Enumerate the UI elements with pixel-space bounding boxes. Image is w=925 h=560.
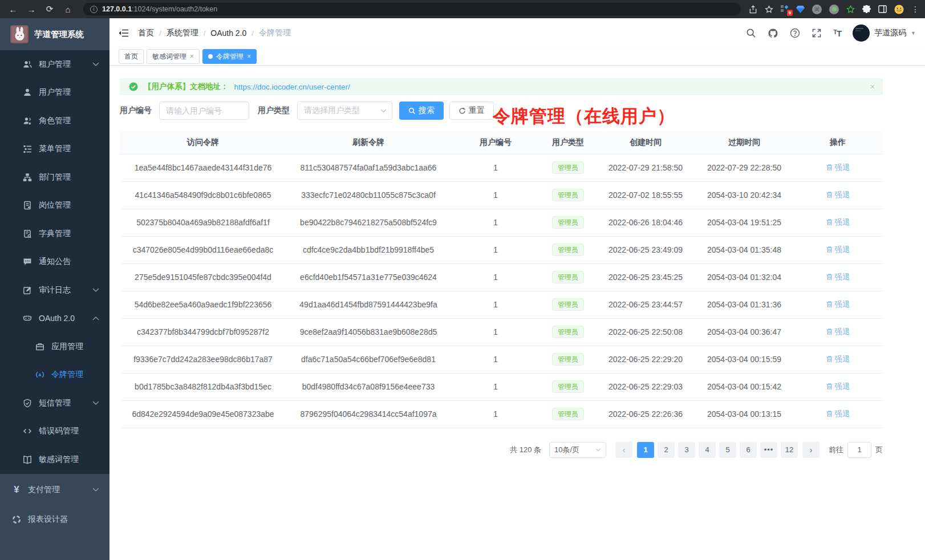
browser-forward-button[interactable]: → <box>24 2 39 16</box>
address-bar[interactable]: i 127.0.0.1:1024/system/oauth2/token <box>83 3 741 15</box>
force-logout-button[interactable]: 强退 <box>826 327 850 337</box>
close-icon[interactable]: × <box>247 52 251 60</box>
browser-back-button[interactable]: ← <box>6 2 21 16</box>
page-button-12[interactable]: 12 <box>781 442 798 458</box>
sidebar-item-report[interactable]: 报表设计器 <box>0 505 109 534</box>
gem-extension-icon[interactable] <box>796 6 805 13</box>
help-icon[interactable] <box>790 28 800 38</box>
chevron-down-icon <box>92 488 99 492</box>
force-logout-button[interactable]: 强退 <box>826 382 850 392</box>
table-row: 275e5de9151045fe87cbdc395e004f4de6cfd40e… <box>120 263 883 291</box>
force-logout-button[interactable]: 强退 <box>826 272 850 282</box>
browser-menu-icon[interactable]: ⋮ <box>911 5 919 14</box>
sidebar-item-oauth2-app[interactable]: 应用管理 <box>0 332 109 361</box>
sidebar-item-oauth2-token[interactable]: A令牌管理 <box>0 361 109 389</box>
page-button-4[interactable]: 4 <box>699 442 716 458</box>
app-title: 芋道管理系统 <box>34 29 84 40</box>
sidebar-collapse-icon[interactable] <box>119 29 129 38</box>
user-type-select[interactable]: 请选择用户类型 <box>297 102 392 120</box>
bookmark-star-icon[interactable] <box>765 5 773 14</box>
sidebar-item-dept[interactable]: 部门管理 <box>0 163 109 192</box>
sidepanel-icon[interactable] <box>878 5 887 13</box>
browser-toolbar: ← → ⟳ ⌂ i 127.0.0.1:1024/system/oauth2/t… <box>0 0 925 18</box>
created-time-cell: 2022-06-25 23:45:25 <box>595 263 696 291</box>
sidebar-item-label: 租户管理 <box>39 59 71 70</box>
sidebar-item-error-code[interactable]: 错误码管理 <box>0 417 109 446</box>
sidebar-item-menu[interactable]: 菜单管理 <box>0 135 109 164</box>
sidebar-item-audit-log[interactable]: 审计日志 <box>0 276 109 305</box>
command-extension-icon[interactable]: ⌘ <box>812 5 822 14</box>
emoji-avatar-icon[interactable] <box>894 5 904 14</box>
page-size-select[interactable]: 10条/页 <box>549 442 606 458</box>
tab-item[interactable]: 敏感词管理× <box>147 49 200 64</box>
green-star-extension-icon[interactable] <box>846 5 855 14</box>
browser-reload-button[interactable]: ⟳ <box>42 2 57 16</box>
user-id-cell: 1 <box>451 400 541 428</box>
page-button-3[interactable]: 3 <box>678 442 695 458</box>
force-logout-button[interactable]: 强退 <box>826 217 850 228</box>
table-row: 1ea5e44f8bc1467aaede43144f31de76811c5304… <box>120 154 883 181</box>
sidebar-item-label: 菜单管理 <box>39 144 71 154</box>
prev-page-button[interactable]: ‹ <box>615 442 632 458</box>
user-id-cell: 1 <box>451 346 541 373</box>
next-page-button[interactable]: › <box>802 442 819 458</box>
search-icon[interactable] <box>746 28 756 38</box>
page-button-6[interactable]: 6 <box>740 442 757 458</box>
extension-grid-icon[interactable]: 9 <box>781 5 789 13</box>
user-type-tag: 管理员 <box>552 161 584 174</box>
table-row: 6d842e2924594de9a09e45e087323abe8796295f… <box>120 400 883 428</box>
sidebar-item-pay[interactable]: ¥支付管理 <box>0 475 109 505</box>
user-menu[interactable]: 芋道源码 ▼ <box>853 25 916 42</box>
close-icon[interactable]: × <box>190 52 194 60</box>
force-logout-button[interactable]: 强退 <box>826 190 850 200</box>
page-button-2[interactable]: 2 <box>658 442 675 458</box>
force-logout-button[interactable]: 强退 <box>826 299 850 310</box>
expire-time-cell: 2054-03-04 19:51:25 <box>696 209 793 236</box>
message-icon <box>23 257 32 266</box>
page-button-1[interactable]: 1 <box>637 442 654 458</box>
breadcrumb-item[interactable]: OAuth 2.0 <box>210 29 246 38</box>
share-icon[interactable] <box>749 5 757 14</box>
user-type-cell: 管理员 <box>541 209 595 236</box>
force-logout-button[interactable]: 强退 <box>826 245 850 255</box>
sidebar-item-tenant[interactable]: 租户管理 <box>0 50 109 79</box>
close-icon[interactable]: × <box>870 82 875 91</box>
tab-item[interactable]: 首页 <box>119 49 144 64</box>
breadcrumb-item[interactable]: 系统管理 <box>167 28 198 38</box>
sidebar-item-oauth2[interactable]: OAuth 2.0 <box>0 305 109 333</box>
sidebar-item-sensitive-word[interactable]: 敏感词管理 <box>0 445 109 474</box>
github-icon[interactable] <box>768 28 778 39</box>
sidebar-item-sms[interactable]: 短信管理 <box>0 389 109 417</box>
table-row: c347026e805e4d99b0d116eae66eda8ccdfc4ce9… <box>120 236 883 263</box>
sidebar-item-role[interactable]: 角色管理 <box>0 107 109 135</box>
sidebar-item-notice[interactable]: 通知公告 <box>0 248 109 277</box>
action-cell: 强退 <box>793 263 883 291</box>
reset-button[interactable]: 重置 <box>449 102 494 120</box>
force-logout-button[interactable]: 强退 <box>826 409 850 419</box>
access-token-cell: 275e5de9151045fe87cbdc395e004f4d <box>120 263 286 291</box>
force-logout-button[interactable]: 强退 <box>826 163 850 173</box>
refresh-token-cell: be90422b8c7946218275a508bf524fc9 <box>286 209 451 236</box>
site-info-icon[interactable]: i <box>90 6 98 13</box>
app-logo-bar[interactable]: 芋道管理系统 <box>0 18 109 50</box>
user-id-input[interactable] <box>159 102 249 120</box>
sidebar-item-dict[interactable]: 字典管理 <box>0 220 109 248</box>
browser-home-button[interactable]: ⌂ <box>60 2 75 16</box>
refresh-token-cell: 9ce8ef2aa9f14056b831ae9b608e28d5 <box>286 318 451 346</box>
goto-page-input[interactable] <box>847 442 871 458</box>
sidebar-item-user[interactable]: 用户管理 <box>0 79 109 107</box>
force-logout-button[interactable]: 强退 <box>826 354 850 364</box>
notice-doc-link[interactable]: https://doc.iocoder.cn/user-center/ <box>234 83 350 91</box>
sidebar-item-post[interactable]: 岗位管理 <box>0 192 109 220</box>
action-label: 强退 <box>835 327 850 337</box>
pagination-ellipsis[interactable]: ••• <box>760 442 777 458</box>
font-size-icon[interactable]: TT <box>833 29 841 38</box>
puzzle-extension-icon[interactable] <box>862 5 871 14</box>
created-time-cell: 2022-06-25 22:29:20 <box>595 346 696 373</box>
breadcrumb-item[interactable]: 首页 <box>138 28 154 38</box>
recorder-extension-icon[interactable] <box>829 5 839 14</box>
page-button-5[interactable]: 5 <box>719 442 736 458</box>
search-button[interactable]: 搜索 <box>399 102 444 120</box>
fullscreen-icon[interactable] <box>812 28 822 38</box>
tab-active[interactable]: 令牌管理× <box>202 49 257 64</box>
